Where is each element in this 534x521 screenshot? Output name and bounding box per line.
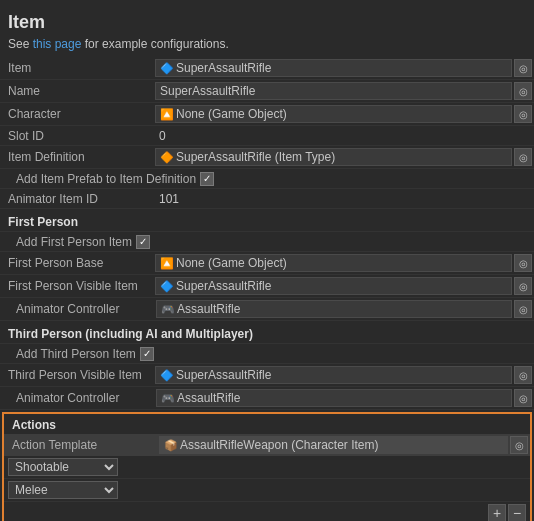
- animator-item-id-label: Animator Item ID: [0, 192, 155, 206]
- name-label: Name: [0, 84, 155, 98]
- first-person-base-value[interactable]: 🔼 None (Game Object): [155, 254, 512, 272]
- third-person-visible-label: Third Person Visible Item: [0, 368, 155, 382]
- main-container: Item See this page for example configura…: [0, 0, 534, 521]
- add-third-person-checkbox[interactable]: ✓: [140, 347, 154, 361]
- fp-animator-value[interactable]: 🎮 AssaultRifle: [156, 300, 512, 318]
- link-suffix: for example configurations.: [81, 37, 228, 51]
- fp-visible-cycle-btn[interactable]: ◎: [514, 277, 532, 295]
- action-template-value[interactable]: 📦 AssaultRifleWeapon (Character Item): [159, 436, 508, 454]
- character-icon: 🔼: [160, 108, 174, 121]
- add-first-person-row: Add First Person Item ✓: [0, 232, 534, 252]
- add-first-person-label: Add First Person Item: [16, 235, 132, 249]
- first-person-visible-value[interactable]: 🔷 SuperAssaultRifle: [155, 277, 512, 295]
- third-person-visible-row: Third Person Visible Item 🔷 SuperAssault…: [0, 364, 534, 387]
- actions-section: Actions Action Template 📦 AssaultRifleWe…: [2, 412, 532, 521]
- item-def-row: Item Definition 🔶 SuperAssaultRifle (Ite…: [0, 146, 534, 169]
- tp-visible-icon: 🔷: [160, 369, 174, 382]
- actions-header: Actions: [4, 414, 530, 434]
- first-person-base-row: First Person Base 🔼 None (Game Object) ◎: [0, 252, 534, 275]
- fp-anim-icon: 🎮: [161, 303, 175, 316]
- item-label: Item: [0, 61, 155, 75]
- item-def-cycle-btn[interactable]: ◎: [514, 148, 532, 166]
- dropdown-row-2: Melee: [4, 479, 530, 502]
- name-cycle-btn[interactable]: ◎: [514, 82, 532, 100]
- fp-visible-icon: 🔷: [160, 280, 174, 293]
- link-line: See this page for example configurations…: [0, 35, 534, 57]
- tp-animator-label: Animator Controller: [16, 391, 156, 405]
- first-person-visible-row: First Person Visible Item 🔷 SuperAssault…: [0, 275, 534, 298]
- add-third-person-label: Add Third Person Item: [16, 347, 136, 361]
- item-cycle-btn[interactable]: ◎: [514, 59, 532, 77]
- character-value[interactable]: 🔼 None (Game Object): [155, 105, 512, 123]
- add-prefab-checkbox[interactable]: ✓: [200, 172, 214, 186]
- item-icon: 🔷: [160, 62, 174, 75]
- first-person-base-label: First Person Base: [0, 256, 155, 270]
- tp-animator-value[interactable]: 🎮 AssaultRifle: [156, 389, 512, 407]
- item-def-icon: 🔶: [160, 151, 174, 164]
- tp-animator-row: Animator Controller 🎮 AssaultRifle ◎: [0, 387, 534, 410]
- dropdown-row-1: Shootable: [4, 456, 530, 479]
- fp-base-cycle-btn[interactable]: ◎: [514, 254, 532, 272]
- item-def-label: Item Definition: [0, 150, 155, 164]
- name-row: Name SuperAssaultRifle ◎: [0, 80, 534, 103]
- animator-item-id-value[interactable]: 101: [155, 192, 534, 206]
- fp-base-icon: 🔼: [160, 257, 174, 270]
- melee-dropdown[interactable]: Melee: [8, 481, 118, 499]
- this-page-link[interactable]: this page: [33, 37, 82, 51]
- name-value[interactable]: SuperAssaultRifle: [155, 82, 512, 100]
- action-template-cycle-btn[interactable]: ◎: [510, 436, 528, 454]
- tp-anim-icon: 🎮: [161, 392, 175, 405]
- item-row: Item 🔷 SuperAssaultRifle ◎: [0, 57, 534, 80]
- slot-id-label: Slot ID: [0, 129, 155, 143]
- character-cycle-btn[interactable]: ◎: [514, 105, 532, 123]
- slot-id-row: Slot ID 0: [0, 126, 534, 146]
- third-person-visible-value[interactable]: 🔷 SuperAssaultRifle: [155, 366, 512, 384]
- add-third-person-row: Add Third Person Item ✓: [0, 344, 534, 364]
- item-def-value[interactable]: 🔶 SuperAssaultRifle (Item Type): [155, 148, 512, 166]
- link-prefix: See: [8, 37, 33, 51]
- page-title: Item: [0, 8, 534, 35]
- item-value[interactable]: 🔷 SuperAssaultRifle: [155, 59, 512, 77]
- action-template-row: Action Template 📦 AssaultRifleWeapon (Ch…: [4, 434, 530, 456]
- character-label: Character: [0, 107, 155, 121]
- action-template-icon: 📦: [164, 439, 178, 452]
- add-prefab-label: Add Item Prefab to Item Definition: [16, 172, 196, 186]
- character-row: Character 🔼 None (Game Object) ◎: [0, 103, 534, 126]
- add-action-btn[interactable]: +: [488, 504, 506, 521]
- remove-action-btn[interactable]: −: [508, 504, 526, 521]
- animator-item-id-row: Animator Item ID 101: [0, 189, 534, 209]
- fields-container: Item 🔷 SuperAssaultRifle ◎ Name SuperAss…: [0, 57, 534, 521]
- add-first-person-checkbox[interactable]: ✓: [136, 235, 150, 249]
- action-template-label: Action Template: [4, 438, 159, 452]
- first-person-header: First Person: [0, 209, 534, 232]
- fp-animator-label: Animator Controller: [16, 302, 156, 316]
- first-person-visible-label: First Person Visible Item: [0, 279, 155, 293]
- shootable-dropdown[interactable]: Shootable: [8, 458, 118, 476]
- fp-animator-row: Animator Controller 🎮 AssaultRifle ◎: [0, 298, 534, 321]
- slot-id-value[interactable]: 0: [155, 129, 534, 143]
- fp-anim-cycle-btn[interactable]: ◎: [514, 300, 532, 318]
- tp-anim-cycle-btn[interactable]: ◎: [514, 389, 532, 407]
- plus-minus-bar: + −: [4, 502, 530, 521]
- third-person-header: Third Person (including AI and Multiplay…: [0, 321, 534, 344]
- tp-visible-cycle-btn[interactable]: ◎: [514, 366, 532, 384]
- add-prefab-row: Add Item Prefab to Item Definition ✓: [0, 169, 534, 189]
